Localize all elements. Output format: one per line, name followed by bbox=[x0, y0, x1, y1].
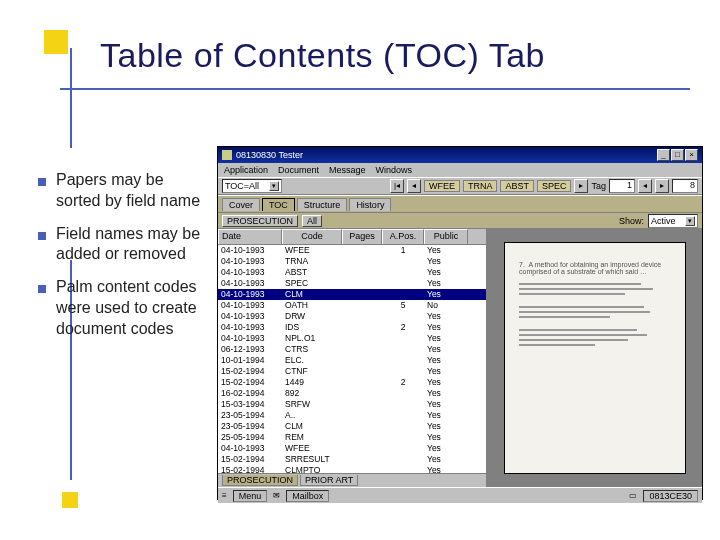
app-window: 08130830 Tester _ □ × Application Docume… bbox=[217, 146, 703, 500]
cell-apos: 5 bbox=[382, 300, 424, 311]
tab-history[interactable]: History bbox=[349, 198, 391, 211]
decor-hline bbox=[60, 88, 690, 90]
cell-code: REM bbox=[282, 432, 342, 443]
table-row[interactable]: 04-10-1993NPL.O1Yes bbox=[218, 333, 486, 344]
menu-document[interactable]: Document bbox=[278, 165, 319, 175]
preview-text: 7. A method for obtaining an improved de… bbox=[519, 261, 671, 275]
page-prev-button[interactable]: ◂ bbox=[638, 179, 652, 193]
status-mailbox-button[interactable]: Mailbox bbox=[286, 490, 329, 502]
table-row[interactable]: 04-10-1993IDS2Yes bbox=[218, 322, 486, 333]
table-row[interactable]: 23-05-1994A..Yes bbox=[218, 410, 486, 421]
close-button[interactable]: × bbox=[685, 149, 698, 161]
status-menu-button[interactable]: Menu bbox=[233, 490, 268, 502]
menu-windows[interactable]: Windows bbox=[376, 165, 413, 175]
cell-pub: Yes bbox=[424, 432, 468, 443]
show-label: Show: bbox=[619, 216, 644, 226]
table-row[interactable]: 10-01-1994ELC.Yes bbox=[218, 355, 486, 366]
cell-date: 04-10-1993 bbox=[218, 311, 282, 322]
cell-apos bbox=[382, 454, 424, 465]
slide: Table of Contents (TOC) Tab Papers may b… bbox=[0, 0, 720, 540]
bullet-marker-icon bbox=[38, 232, 46, 240]
menu-application[interactable]: Application bbox=[224, 165, 268, 175]
toolbar-right-controls: |◂ ◂ WFEE TRNA ABST SPEC ▸ Tag 1 ◂ ▸ 8 bbox=[390, 179, 698, 193]
col-date[interactable]: Date bbox=[218, 229, 282, 244]
table-row[interactable]: 04-10-1993TRNAYes bbox=[218, 256, 486, 267]
table-row[interactable]: 06-12-1993CTRSYes bbox=[218, 344, 486, 355]
cell-code: WFEE bbox=[282, 443, 342, 454]
document-preview[interactable]: 7. A method for obtaining an improved de… bbox=[504, 242, 686, 473]
nav-first-button[interactable]: |◂ bbox=[390, 179, 404, 193]
menu-icon: ≡ bbox=[222, 491, 227, 500]
bullet-text: Papers may be sorted by field name bbox=[56, 170, 208, 212]
tab-structure[interactable]: Structure bbox=[297, 198, 348, 211]
code-badge[interactable]: TRNA bbox=[463, 180, 498, 192]
cell-pub: No bbox=[424, 300, 468, 311]
filter-prosecution-button[interactable]: PROSECUTION bbox=[222, 215, 298, 227]
chevron-down-icon: ▾ bbox=[685, 216, 695, 226]
code-badge[interactable]: ABST bbox=[500, 180, 534, 192]
cell-pages bbox=[342, 289, 382, 300]
menu-message[interactable]: Message bbox=[329, 165, 366, 175]
page-next-button[interactable]: ▸ bbox=[655, 179, 669, 193]
cell-apos: 1 bbox=[382, 245, 424, 256]
col-apos[interactable]: A.Pos. bbox=[382, 229, 424, 244]
bullet-item: Papers may be sorted by field name bbox=[38, 170, 208, 212]
table-row[interactable]: 04-10-1993CLMYes bbox=[218, 289, 486, 300]
table-row[interactable]: 04-10-1993WFEEYes bbox=[218, 443, 486, 454]
cell-pub: Yes bbox=[424, 289, 468, 300]
titlebar[interactable]: 08130830 Tester _ □ × bbox=[218, 147, 702, 163]
cell-date: 04-10-1993 bbox=[218, 278, 282, 289]
tab-cover[interactable]: Cover bbox=[222, 198, 260, 211]
tab-prosecution[interactable]: PROSECUTION bbox=[222, 475, 298, 486]
table-body[interactable]: 04-10-1993WFEE1Yes04-10-1993TRNAYes04-10… bbox=[218, 245, 486, 473]
tab-prior-art[interactable]: PRIOR ART bbox=[300, 475, 358, 486]
table-row[interactable]: 04-10-1993ABSTYes bbox=[218, 267, 486, 278]
table-row[interactable]: 04-10-1993WFEE1Yes bbox=[218, 245, 486, 256]
table-row[interactable]: 15-02-1994CLMPTOYes bbox=[218, 465, 486, 473]
cell-pub: Yes bbox=[424, 256, 468, 267]
table-row[interactable]: 04-10-1993OATH5No bbox=[218, 300, 486, 311]
cell-code: ABST bbox=[282, 267, 342, 278]
cell-apos bbox=[382, 278, 424, 289]
cell-pages bbox=[342, 311, 382, 322]
col-code[interactable]: Code bbox=[282, 229, 342, 244]
table-row[interactable]: 04-10-1993SPECYes bbox=[218, 278, 486, 289]
maximize-button[interactable]: □ bbox=[671, 149, 684, 161]
cell-apos: 2 bbox=[382, 377, 424, 388]
col-public[interactable]: Public bbox=[424, 229, 468, 244]
cell-date: 04-10-1993 bbox=[218, 267, 282, 278]
table-row[interactable]: 15-02-1994SRRESULTYes bbox=[218, 454, 486, 465]
cell-pages bbox=[342, 344, 382, 355]
tabstrip-upper: Cover TOC Structure History bbox=[218, 195, 702, 213]
table-row[interactable]: 23-05-1994CLMYes bbox=[218, 421, 486, 432]
tab-toc[interactable]: TOC bbox=[262, 198, 295, 211]
cell-code: A.. bbox=[282, 410, 342, 421]
bullet-item: Palm content codes were used to create d… bbox=[38, 277, 208, 339]
toc-dropdown[interactable]: TOC=All ▾ bbox=[222, 179, 282, 193]
filter-all-button[interactable]: All bbox=[302, 215, 322, 227]
cell-pages bbox=[342, 300, 382, 311]
mailbox-icon: ✉ bbox=[273, 491, 280, 500]
cell-apos bbox=[382, 256, 424, 267]
code-badge[interactable]: WFEE bbox=[424, 180, 460, 192]
table-row[interactable]: 16-02-1994892Yes bbox=[218, 388, 486, 399]
tag-input[interactable]: 1 bbox=[609, 179, 635, 193]
table-row[interactable]: 15-02-199414492Yes bbox=[218, 377, 486, 388]
table-row[interactable]: 25-05-1994REMYes bbox=[218, 432, 486, 443]
cell-date: 15-03-1994 bbox=[218, 399, 282, 410]
cell-pub: Yes bbox=[424, 278, 468, 289]
cell-date: 23-05-1994 bbox=[218, 410, 282, 421]
cell-apos: 2 bbox=[382, 322, 424, 333]
code-badge[interactable]: SPEC bbox=[537, 180, 572, 192]
nav-prev-button[interactable]: ◂ bbox=[407, 179, 421, 193]
table-row[interactable]: 04-10-1993DRWYes bbox=[218, 311, 486, 322]
nav-next-button[interactable]: ▸ bbox=[574, 179, 588, 193]
cell-pub: Yes bbox=[424, 366, 468, 377]
table-row[interactable]: 15-03-1994SRFWYes bbox=[218, 399, 486, 410]
show-dropdown[interactable]: Active ▾ bbox=[648, 214, 698, 228]
table-row[interactable]: 15-02-1994CTNFYes bbox=[218, 366, 486, 377]
col-pages[interactable]: Pages bbox=[342, 229, 382, 244]
main-area: Date Code Pages A.Pos. Public 04-10-1993… bbox=[218, 229, 702, 487]
minimize-button[interactable]: _ bbox=[657, 149, 670, 161]
cell-apos bbox=[382, 432, 424, 443]
